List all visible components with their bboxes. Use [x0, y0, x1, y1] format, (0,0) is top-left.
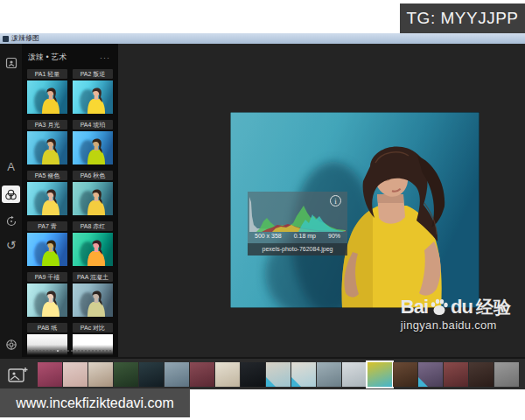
filter-card[interactable]: PA6 秋色	[73, 171, 113, 215]
baidu-jingyan-logo: Bai du 经验 jingyan.baidu.com	[401, 298, 511, 332]
filmstrip-thumbnail[interactable]	[266, 362, 290, 387]
filmstrip-thumbnail[interactable]	[241, 362, 265, 387]
filter-label: PA9 千禧	[27, 272, 67, 282]
filter-label: PA8 赤红	[73, 221, 113, 231]
filmstrip-thumbnail[interactable]	[342, 362, 367, 387]
filter-thumbnail[interactable]	[27, 131, 67, 164]
filter-thumbnail[interactable]	[27, 182, 67, 215]
app-window: 泼辣修图 A ↺	[0, 33, 525, 389]
baidu-logo-bai: Bai	[401, 298, 428, 317]
site-watermark: www.incekfiziktedavi.com	[0, 388, 190, 417]
filters-icon[interactable]	[2, 186, 20, 203]
tool-rail: A ↺	[0, 44, 22, 357]
filter-menu-button[interactable]: ···	[100, 56, 110, 60]
page: TG: MYYJJPP www.incekfiziktedavi.com 泼辣修…	[0, 0, 525, 420]
text-tool-icon[interactable]: A	[2, 158, 20, 175]
filmstrip-thumbnail[interactable]	[317, 362, 341, 387]
filmstrip-thumbnail[interactable]	[418, 362, 443, 387]
filter-card[interactable]: PA1 轻量	[27, 69, 67, 114]
undo-icon[interactable]: ↺	[2, 236, 20, 254]
filter-label: PA6 秋色	[73, 171, 113, 180]
thumbnail-corner-flag	[418, 377, 428, 387]
filter-card[interactable]: PA4 琥珀	[73, 120, 113, 164]
baidu-logo-du: du	[451, 298, 472, 317]
filter-thumbnail[interactable]	[73, 233, 113, 266]
filter-thumbnail[interactable]	[27, 80, 67, 114]
photo-filename: pexels-photo-762084.jpeg	[248, 243, 347, 256]
filter-thumbnail[interactable]	[73, 80, 113, 114]
filmstrip-thumbnail[interactable]	[63, 362, 88, 387]
filmstrip-thumbnail[interactable]	[164, 362, 189, 387]
filter-label: PA4 琥珀	[73, 120, 113, 130]
history-icon[interactable]	[2, 213, 20, 230]
filter-label: PAc 对比	[73, 323, 113, 332]
tg-watermark: TG: MYYJJPP	[400, 4, 525, 33]
filter-collection-title: 泼辣 • 艺术	[28, 52, 66, 63]
filter-label: PA7 青	[27, 221, 67, 231]
thumbnail-corner-flag	[291, 377, 301, 387]
filmstrip	[0, 357, 525, 389]
window-title: 泼辣修图	[11, 35, 39, 42]
baidu-paw-icon	[430, 298, 449, 317]
filmstrip-thumbnail[interactable]	[38, 362, 62, 387]
photo-quality: 90%	[328, 233, 340, 239]
filter-card[interactable]: PA3 月光	[27, 120, 67, 164]
import-photo-icon[interactable]	[7, 366, 28, 383]
filmstrip-thumbnail[interactable]	[88, 362, 113, 387]
info-icon[interactable]: i	[330, 195, 341, 206]
filter-card[interactable]: PA5 褪色	[27, 171, 67, 215]
settings-icon[interactable]	[2, 336, 20, 354]
filmstrip-thumbnails	[38, 362, 519, 387]
filter-thumbnail[interactable]	[73, 131, 113, 164]
baidu-url: jingyan.baidu.com	[401, 318, 511, 332]
filter-label: PA3 月光	[27, 120, 67, 130]
filter-card[interactable]: PA2 叛逆	[73, 69, 113, 114]
thumbnail-corner-flag	[266, 377, 276, 387]
filter-card[interactable]: PAA 混凝土	[73, 272, 113, 317]
filmstrip-thumbnail[interactable]	[494, 362, 519, 387]
filter-thumbnail[interactable]	[27, 284, 67, 317]
filter-label: PA5 褪色	[27, 171, 67, 180]
filter-card[interactable]: PA7 青	[27, 221, 67, 266]
filter-card[interactable]: PA9 千禧	[27, 272, 67, 317]
filmstrip-thumbnail[interactable]	[469, 362, 494, 387]
filter-panel: 泼辣 • 艺术 ··· PA1 轻量PA2 叛逆PA3 月光PA4 琥珀PA5 …	[22, 44, 118, 357]
filmstrip-thumbnail-selected[interactable]	[368, 362, 392, 387]
filter-label: PA1 轻量	[27, 69, 67, 79]
filter-thumbnail[interactable]	[27, 233, 67, 266]
filmstrip-thumbnail[interactable]	[139, 362, 164, 387]
filter-label: PAA 混凝土	[73, 272, 113, 282]
filmstrip-thumbnail[interactable]	[215, 362, 240, 387]
filmstrip-thumbnail[interactable]	[291, 362, 316, 387]
filmstrip-thumbnail[interactable]	[444, 362, 468, 387]
filter-pagination-dots[interactable]	[22, 350, 118, 352]
filmstrip-thumbnail[interactable]	[190, 362, 214, 387]
filter-thumbnail[interactable]	[73, 284, 113, 317]
filter-label: PAB 纸	[27, 323, 67, 332]
photo-library-icon[interactable]	[2, 54, 20, 72]
filter-label: PA2 叛逆	[73, 69, 113, 79]
photo-megapixels: 0.18 mp	[294, 233, 316, 239]
app-icon	[3, 36, 9, 42]
filter-card[interactable]: PA8 赤红	[73, 221, 113, 266]
photo-dimensions: 500 x 358	[255, 233, 282, 239]
filter-grid: PA1 轻量PA2 叛逆PA3 月光PA4 琥珀PA5 褪色PA6 秋色PA7 …	[22, 69, 118, 357]
filmstrip-thumbnail[interactable]	[393, 362, 417, 387]
window-titlebar: 泼辣修图	[0, 33, 525, 44]
baidu-brand: 经验	[476, 298, 511, 317]
filmstrip-thumbnail[interactable]	[114, 362, 138, 387]
photo-info-overlay[interactable]: i 500 x 358 0.18 mp 90% pexels-photo-762…	[248, 192, 347, 256]
filter-thumbnail[interactable]	[73, 182, 113, 215]
